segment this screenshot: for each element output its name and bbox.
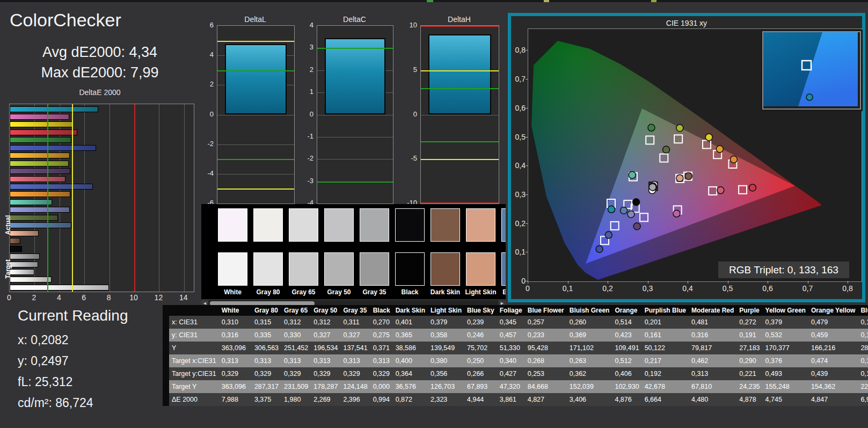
- cie-measured-point: [730, 156, 737, 163]
- deltae-bar: [10, 145, 96, 151]
- row-header: y: CIE31: [166, 329, 219, 342]
- swatch-actual[interactable]: [218, 208, 247, 242]
- swatch-actual[interactable]: [289, 208, 318, 242]
- x-axis-tick-label: 12: [152, 293, 165, 302]
- table-cell: 0,260: [567, 316, 612, 329]
- x-axis-tick-label: 0: [3, 293, 16, 302]
- cie-zoom-inset: [762, 31, 861, 110]
- y-axis-tick-label: 0: [293, 110, 313, 118]
- page-title: ColorChecker: [10, 10, 121, 31]
- table-cell: 51,330: [497, 342, 525, 354]
- swatch-actual[interactable]: [501, 208, 506, 242]
- table-cell: 0,290: [736, 354, 762, 367]
- y-axis-tick-label: 2: [193, 80, 214, 88]
- swatch-target[interactable]: [431, 252, 460, 286]
- cie-measured-point: [621, 207, 628, 214]
- table-cell: 4,944: [464, 393, 497, 406]
- table-cell: 0,401: [393, 316, 428, 329]
- cie-x-tick: [648, 281, 648, 284]
- table-cell: 67,810: [689, 380, 736, 393]
- green-limit-line: [317, 48, 393, 49]
- cie-y-tick-label: 0,7: [511, 75, 526, 83]
- table-cell: 0,380: [428, 354, 464, 367]
- cie-measured-point: [628, 211, 634, 217]
- swatch-label: Dark Skin: [427, 288, 463, 296]
- table-cell: 24,235: [736, 380, 762, 393]
- table-cell: 47,320: [497, 380, 525, 393]
- table-cell: 0,481: [689, 316, 736, 329]
- swatch-target[interactable]: [253, 252, 283, 286]
- swatch-actual[interactable]: [360, 208, 389, 242]
- swatch-label: Gray 80: [250, 288, 286, 296]
- table-cell: 3,406: [567, 393, 612, 406]
- swatch-actual[interactable]: [253, 208, 283, 242]
- deltae-bar: [10, 114, 69, 120]
- deltae-bar: [10, 176, 65, 182]
- deltae-bar: [10, 137, 71, 143]
- table-row: y: CIE310,3160,3350,3300,3270,3270,2750,…: [166, 329, 868, 342]
- column-header: Light Skin: [428, 305, 464, 316]
- table-cell: 67,893: [464, 380, 497, 393]
- table-cell: 0,233: [525, 329, 567, 342]
- gridline: [217, 174, 294, 175]
- table-cell: 126,703: [428, 380, 464, 393]
- deltae2000-chart: [9, 104, 194, 292]
- green-limit-line: [421, 141, 499, 142]
- deltae-bar: [10, 269, 34, 275]
- table-cell: 0,191: [736, 329, 762, 342]
- cie-x-tick: [728, 281, 728, 284]
- gridline: [184, 104, 185, 292]
- avg-de2000-value: Avg dE2000: 4,34: [0, 44, 200, 61]
- deltae-bar: [10, 153, 70, 158]
- table-cell: 0,141: [858, 367, 868, 380]
- cie-x-tick-label: 0,7: [799, 284, 817, 293]
- cie-y-tick: [526, 223, 528, 224]
- cie-measured-point: [673, 210, 680, 217]
- swatch-target[interactable]: [360, 252, 389, 286]
- table-row: Y363,096306,563251,452196,534137,5410,37…: [166, 342, 868, 354]
- table-cell: 0,329: [340, 367, 370, 380]
- table-cell: 0,514: [612, 316, 641, 329]
- swatch-actual[interactable]: [431, 208, 460, 242]
- table-cell: 0,312: [311, 316, 340, 329]
- cie-measured-point: [649, 184, 656, 191]
- table-cell: 0,201: [642, 316, 689, 329]
- table-cell: 0,512: [612, 354, 641, 367]
- table-cell: 0,313: [219, 354, 252, 367]
- deltae-bar: [10, 121, 73, 127]
- cie-measured-point: [676, 125, 683, 132]
- cie-measured-point: [633, 199, 640, 206]
- swatch-target[interactable]: [501, 252, 506, 286]
- column-header: Gray 50: [311, 305, 340, 316]
- patch-swatch-panel: WhiteGray 80Gray 65Gray 50Gray 35BlackDa…: [201, 204, 506, 299]
- swatch-actual[interactable]: [324, 208, 354, 242]
- table-cell: 0,275: [370, 329, 393, 342]
- table-cell: 7,988: [219, 393, 252, 406]
- swatch-label: Gray 35: [356, 288, 392, 296]
- cie-measured-point: [685, 172, 692, 179]
- table-row: Target y:CIE310,3290,3290,3290,3290,3290…: [166, 367, 868, 380]
- table-cell: 109,491: [612, 342, 641, 354]
- table-cell: 0,000: [370, 380, 393, 393]
- swatch-target[interactable]: [218, 252, 247, 286]
- swatch-target[interactable]: [324, 252, 354, 286]
- table-cell: 102,930: [612, 380, 641, 393]
- y-axis-tick-label: -5: [397, 154, 417, 162]
- red-limit-line: [421, 26, 499, 27]
- cie-measured-point: [608, 206, 615, 213]
- cie-measured-point: [705, 134, 712, 141]
- y-axis-tick-label: 4: [193, 50, 214, 59]
- table-cell: 4,847: [808, 393, 858, 406]
- swatch-target[interactable]: [466, 252, 495, 286]
- table-cell: 0,327: [340, 329, 370, 342]
- y-axis-tick-label: 6: [193, 21, 214, 29]
- swatch-actual[interactable]: [466, 208, 495, 242]
- deltae-bar: [10, 230, 39, 236]
- swatch-target[interactable]: [289, 252, 318, 286]
- deltal-gauge: [217, 25, 295, 204]
- swatch-target[interactable]: [395, 252, 425, 286]
- gridline: [217, 115, 294, 115]
- cie-measured-point: [676, 175, 683, 182]
- swatch-actual[interactable]: [395, 208, 425, 242]
- row-header: Target y:CIE31: [166, 367, 219, 380]
